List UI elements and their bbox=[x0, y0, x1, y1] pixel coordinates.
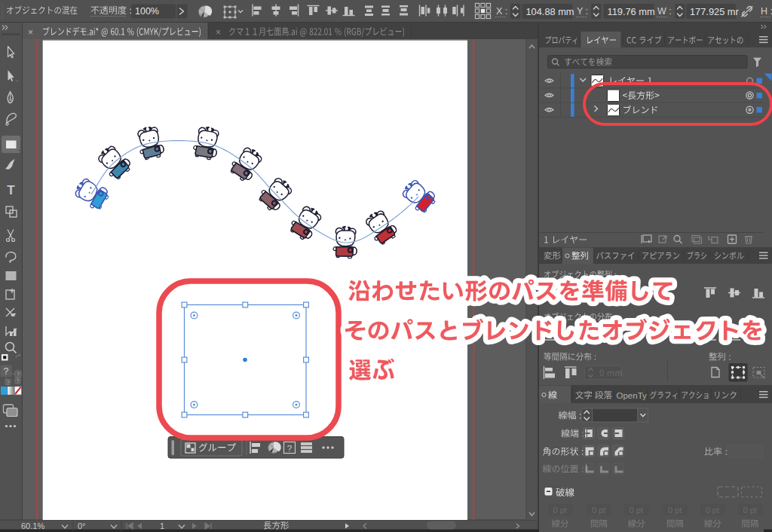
svg-text:X :: X : bbox=[496, 6, 507, 17]
svg-text:W :: W : bbox=[657, 6, 672, 17]
svg-text:104.88 mm: 104.88 mm bbox=[526, 6, 574, 17]
svg-text:?: ? bbox=[17, 371, 20, 378]
svg-text:Y :: Y : bbox=[577, 6, 588, 17]
svg-text:0 pt: 0 pt bbox=[553, 506, 567, 515]
svg-text:?: ? bbox=[17, 378, 20, 384]
svg-text:0 pt: 0 pt bbox=[668, 506, 682, 515]
svg-text:0°: 0° bbox=[78, 521, 86, 530]
svg-text:60.1%: 60.1% bbox=[21, 521, 44, 530]
svg-text:?: ? bbox=[7, 380, 10, 385]
svg-text:OpenTy: OpenTy bbox=[617, 391, 648, 400]
svg-text:T: T bbox=[7, 183, 15, 197]
svg-text:?: ? bbox=[287, 444, 292, 453]
svg-text:0 pt: 0 pt bbox=[706, 506, 719, 515]
svg-text:119.76 mm: 119.76 mm bbox=[608, 6, 655, 17]
svg-text:1: 1 bbox=[160, 521, 164, 530]
svg-text:0 pt: 0 pt bbox=[630, 506, 643, 515]
svg-text:100%: 100% bbox=[135, 6, 159, 17]
svg-text:0 pt: 0 pt bbox=[592, 506, 605, 515]
svg-text:177.925 mr: 177.925 mr bbox=[690, 6, 739, 17]
svg-text:×: × bbox=[28, 27, 33, 38]
svg-text:0 pt: 0 pt bbox=[743, 506, 757, 515]
svg-text:H :: H : bbox=[761, 6, 772, 17]
svg-text:?: ? bbox=[4, 366, 9, 377]
svg-text:×: × bbox=[216, 27, 221, 38]
